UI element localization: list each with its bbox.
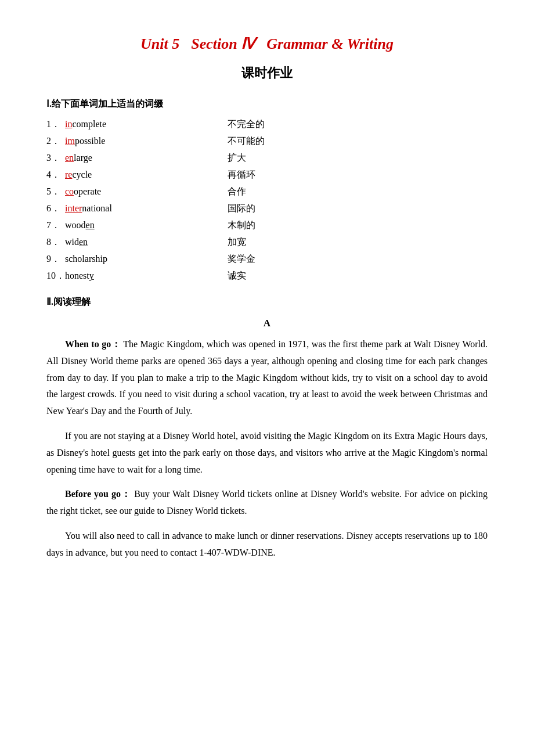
reading-paragraph-4: You will also need to call in advance to… — [46, 528, 488, 561]
list-item: 1． incomplete 不完全的 — [46, 118, 488, 131]
section-i-header: Ⅰ.给下面单词加上适当的词缀 — [46, 98, 488, 110]
reading-paragraph-1: When to go： The Magic Kingdom, which was… — [46, 336, 488, 420]
list-item: 7． wooden 木制的 — [46, 219, 488, 232]
list-item: 2． impossible 不可能的 — [46, 135, 488, 147]
unit-label: Unit 5 — [140, 35, 179, 52]
section-ii-header: Ⅱ.阅读理解 — [46, 296, 488, 308]
list-item: 9． scholarship 奖学金 — [46, 253, 488, 265]
grammar-label: Grammar & Writing — [266, 35, 394, 52]
subtitle: 课时作业 — [46, 64, 488, 82]
section-label: Section Ⅳ — [191, 35, 255, 52]
reading-section-a-label: A — [46, 318, 488, 329]
list-item: 3． enlarge 扩大 — [46, 152, 488, 164]
reading-paragraph-3: Before you go： Buy your Walt Disney Worl… — [46, 486, 488, 520]
list-item: 8． widen 加宽 — [46, 236, 488, 249]
list-item: 4． recycle 再循环 — [46, 169, 488, 181]
reading-paragraph-2: If you are not staying at a Disney World… — [46, 428, 488, 478]
list-item: 5． cooperate 合作 — [46, 186, 488, 198]
list-item: 10． honesty 诚实 — [46, 270, 488, 282]
list-item: 6． international 国际的 — [46, 203, 488, 215]
vocab-list: 1． incomplete 不完全的 2． impossible 不可能的 3．… — [46, 118, 488, 282]
page-title: Unit 5 Section Ⅳ Grammar & Writing — [46, 35, 488, 53]
